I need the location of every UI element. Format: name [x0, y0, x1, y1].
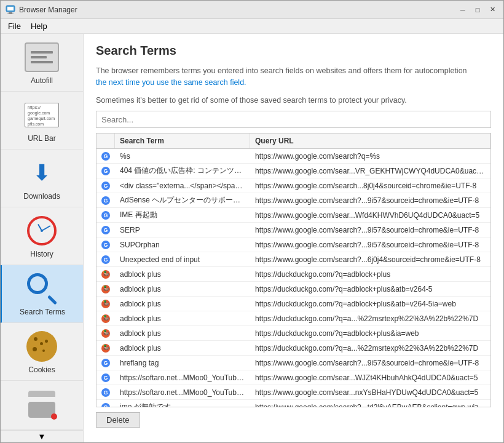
table-row[interactable]: 🦆adblock plushttps://duckduckgo.com/?q=a… [96, 282, 490, 297]
magnifier-icon [27, 273, 58, 304]
sidebar-item-searchterms[interactable]: Search Terms [1, 265, 83, 323]
delete-button[interactable]: Delete [96, 412, 140, 428]
row-engine-icon: G [96, 388, 115, 397]
table-row[interactable]: Ghreflang taghttps://www.google.com/sear… [96, 356, 490, 370]
table-row[interactable]: G404 価値の低い広告枠: コンテンツが存在しないhttps://www.go… [96, 164, 490, 178]
row-search-term: adblock plus [115, 343, 250, 354]
search-input[interactable] [96, 111, 491, 128]
row-query-url: https://www.google.com/search?...td2l6yA… [250, 402, 490, 407]
menu-file[interactable]: File [3, 20, 26, 32]
bottom-bar: Delete [96, 407, 491, 433]
svg-rect-2 [9, 12, 12, 14]
table-row[interactable]: 🦆adblock plushttps://duckduckgo.com/?q=a… [96, 326, 490, 341]
row-query-url: https://duckduckgo.com/?q=a...%22msrtexp… [250, 313, 490, 324]
description-line1: The browser remembers terms you entered … [96, 65, 491, 89]
cookie-dot-1 [34, 337, 37, 341]
maximize-button[interactable]: □ [471, 4, 484, 16]
sidebar-item-urlbar[interactable]: https:// google.com gamequit.com pfls.co… [1, 92, 83, 150]
row-engine-icon: G [96, 241, 115, 249]
cookie-dot-3 [33, 347, 37, 351]
clock-minute-hand [42, 225, 51, 231]
row-search-term: SUPOrphan [115, 239, 250, 250]
app-icon [6, 5, 15, 15]
row-query-url: https://duckduckgo.com/?q=adblock+plus&a… [250, 298, 490, 309]
table-row[interactable]: 🦆adblock plushttps://duckduckgo.com/?q=a… [96, 311, 490, 326]
search-terms-table: Search Term Query URL G%shttps://www.goo… [96, 133, 491, 407]
svg-rect-3 [7, 14, 14, 14]
history-icon [23, 214, 60, 247]
row-engine-icon: 🦆 [96, 300, 115, 308]
downloads-icon: ⬇ [23, 156, 60, 190]
row-query-url: https://www.google.com/search?...9i57&so… [250, 195, 490, 206]
search-handle [47, 295, 57, 305]
th-url: Query URL [250, 134, 490, 148]
row-engine-icon: G [96, 211, 115, 220]
minimize-button[interactable]: ─ [457, 4, 469, 16]
page-title: Search Terms [96, 44, 491, 58]
row-search-term: hreflang tag [115, 357, 250, 369]
table-row[interactable]: 🦆adblock plushttps://duckduckgo.com/?q=a… [96, 341, 490, 356]
row-search-term: ime が無効です [115, 401, 250, 407]
table-row[interactable]: GSERPhttps://www.google.com/search?...9i… [96, 223, 490, 237]
table-row[interactable]: G%shttps://www.google.com/search?q=%s [96, 149, 490, 164]
row-query-url: https://duckduckgo.com/?q=adblock+plus [250, 269, 490, 280]
main-content-panel: Search Terms The browser remembers terms… [84, 34, 503, 442]
th-icon [96, 134, 115, 148]
sidebar-item-urlbar-label: URL Bar [28, 134, 56, 143]
download-arrow-icon: ⬇ [33, 160, 51, 186]
row-search-term: adblock plus [115, 269, 250, 280]
sidebar-item-history[interactable]: History [1, 207, 83, 265]
row-engine-icon: 🦆 [96, 285, 115, 293]
cookie-dot-4 [42, 349, 45, 352]
cookies-icon [23, 329, 60, 363]
th-term: Search Term [115, 134, 250, 148]
row-query-url: https://duckduckgo.com/?q=adblock+plus&i… [250, 328, 490, 339]
sidebar-item-database[interactable] [1, 381, 83, 430]
row-query-url: https://www.google.com/sear...nxYsBHaHYD… [250, 387, 490, 398]
description-line2: Sometimes it's better to get rid of some… [96, 95, 491, 106]
table-row[interactable]: G<div class="externa...</span></span></d… [96, 178, 490, 193]
cookie-dot-5 [45, 340, 48, 343]
sidebar-scroll-down[interactable]: ▼ [1, 430, 83, 442]
svg-rect-1 [7, 7, 14, 10]
table-header: Search Term Query URL [96, 134, 490, 149]
row-engine-icon: G [96, 196, 115, 205]
table-row[interactable]: GAdSense ヘルプセンターのサポート オプションhttps://www.g… [96, 193, 490, 208]
row-query-url: https://www.google.com/search?q=%s [250, 151, 490, 162]
table-row[interactable]: 🦆adblock plushttps://duckduckgo.com/?q=a… [96, 267, 490, 282]
menu-help[interactable]: Help [26, 20, 52, 32]
row-query-url: https://www.google.com/sear...VR_GEKHTWj… [250, 166, 490, 177]
sidebar-item-cookies-label: Cookies [28, 365, 55, 374]
close-button[interactable]: ✕ [486, 4, 498, 16]
table-row[interactable]: Ghttps://softaro.net...MMoo0_YouTubeDL.h… [96, 385, 490, 400]
search-circle [27, 273, 48, 294]
row-search-term: <div class="externa...</span></span></di… [115, 180, 250, 191]
row-engine-icon: 🦆 [96, 329, 115, 338]
sidebar-item-autofill[interactable]: Autofill [1, 34, 83, 92]
row-search-term: adblock plus [115, 298, 250, 309]
sidebar-item-history-label: History [30, 250, 53, 258]
row-search-term: https://softaro.net...MMoo0_YouTubeDL.ht… [115, 372, 250, 383]
sidebar: Autofill https:// google.com gamequit.co… [1, 34, 84, 442]
row-engine-icon: G [96, 359, 115, 367]
row-engine-icon: 🦆 [96, 270, 115, 279]
table-row[interactable]: Gime が無効ですhttps://www.google.com/search?… [96, 400, 490, 407]
row-engine-icon: G [96, 373, 115, 382]
sidebar-scroll: Autofill https:// google.com gamequit.co… [1, 34, 83, 430]
row-query-url: https://duckduckgo.com/?q=a...%22msrtexp… [250, 343, 490, 354]
row-search-term: adblock plus [115, 328, 250, 339]
row-query-url: https://www.google.com/search?...6j0j4&s… [250, 254, 490, 265]
table-row[interactable]: GIME 再起動https://www.google.com/sear...Wf… [96, 208, 490, 223]
sidebar-item-cookies[interactable]: Cookies [1, 323, 83, 381]
row-engine-icon: G [96, 167, 115, 175]
table-row[interactable]: GUnexpected end of inputhttps://www.goog… [96, 252, 490, 267]
table-row[interactable]: GSUPOrphanhttps://www.google.com/search?… [96, 237, 490, 252]
table-row[interactable]: 🦆adblock plushttps://duckduckgo.com/?q=a… [96, 297, 490, 311]
row-engine-icon: G [96, 403, 115, 407]
cookie-icon-shape [26, 331, 57, 362]
sidebar-item-autofill-label: Autofill [31, 76, 53, 85]
sidebar-item-downloads[interactable]: ⬇ Downloads [1, 150, 83, 207]
table-body[interactable]: G%shttps://www.google.com/search?q=%sG40… [96, 149, 490, 407]
table-row[interactable]: Ghttps://softaro.net...MMoo0_YouTubeDL.h… [96, 370, 490, 385]
row-search-term: SERP [115, 225, 250, 236]
